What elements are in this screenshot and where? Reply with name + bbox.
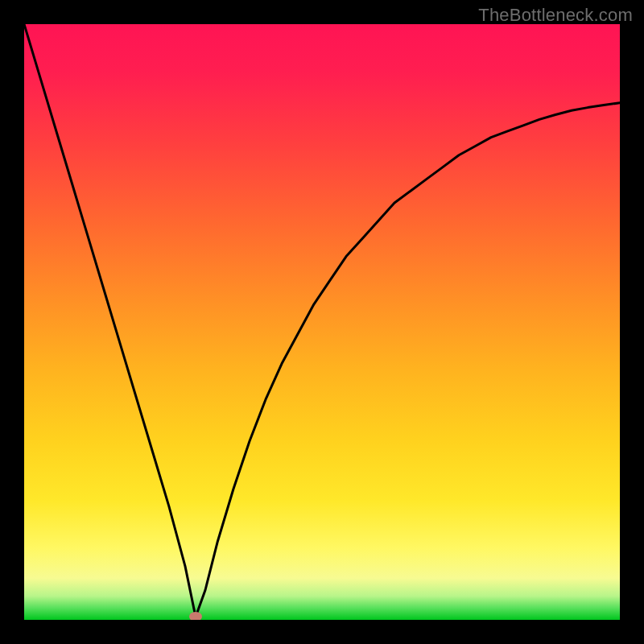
watermark-text: TheBottleneck.com — [478, 5, 633, 26]
minimum-marker — [189, 612, 202, 620]
plot-area — [24, 24, 620, 620]
bottleneck-curve — [24, 24, 620, 620]
chart-frame: TheBottleneck.com — [0, 0, 644, 644]
